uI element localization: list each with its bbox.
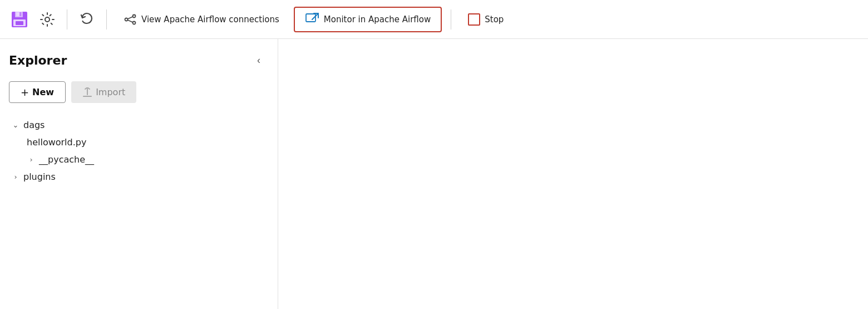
connections-icon [124,13,137,26]
plugins-label: plugins [23,171,56,182]
svg-point-7 [125,18,128,21]
sidebar-header: Explorer ‹ [9,50,269,70]
tree-item-pycache[interactable]: › __pycache__ [24,151,269,168]
svg-point-9 [133,21,136,24]
divider-1 [67,9,67,30]
svg-line-11 [128,20,133,22]
chevron-right-plugins-icon: › [11,173,20,181]
new-button[interactable]: + New [9,81,66,103]
save-button[interactable] [7,7,32,32]
sidebar: Explorer ‹ + New Import ⌄ [0,39,278,309]
svg-rect-5 [16,21,23,25]
main-area: Explorer ‹ + New Import ⌄ [0,39,868,309]
monitor-button[interactable]: Monitor in Apache Airflow [294,7,442,32]
svg-point-6 [45,17,50,22]
toolbar: View Apache Airflow connections Monitor … [0,0,868,39]
new-label: New [32,87,54,97]
chevron-down-icon: ⌄ [11,121,20,129]
stop-square-icon [468,13,480,26]
editor-area [278,39,868,309]
import-icon [82,87,92,97]
import-label: Import [96,87,125,97]
pycache-label: __pycache__ [39,154,94,165]
monitor-icon [305,12,319,27]
divider-3 [451,9,451,30]
undo-button[interactable] [74,7,100,32]
dags-label: dags [23,120,45,130]
dags-children: helloworld.py › __pycache__ [9,134,269,168]
monitor-label: Monitor in Apache Airflow [324,14,431,24]
stop-label: Stop [485,14,504,24]
explorer-title: Explorer [9,53,67,67]
file-tree: ⌄ dags helloworld.py › __pycache__ › plu… [9,116,269,185]
collapse-sidebar-button[interactable]: ‹ [249,50,269,70]
undo-icon [79,12,95,27]
stop-button[interactable]: Stop [458,9,514,30]
floppy-disk-icon [11,11,28,28]
sidebar-actions: + New Import [9,81,269,103]
view-connections-button[interactable]: View Apache Airflow connections [114,8,289,31]
svg-point-8 [133,14,136,17]
gear-icon [39,11,56,28]
tree-item-dags[interactable]: ⌄ dags [9,116,269,134]
divider-2 [106,9,107,30]
settings-button[interactable] [34,7,60,32]
chevron-left-icon: ‹ [257,55,260,66]
import-button[interactable]: Import [71,81,136,103]
view-connections-label: View Apache Airflow connections [141,14,279,24]
svg-rect-3 [19,12,21,16]
tree-item-plugins[interactable]: › plugins [9,168,269,185]
svg-line-10 [128,17,133,19]
tree-item-helloworld[interactable]: helloworld.py [24,134,269,151]
helloworld-label: helloworld.py [27,137,86,148]
plus-icon: + [21,86,29,98]
chevron-right-icon: › [27,155,36,164]
